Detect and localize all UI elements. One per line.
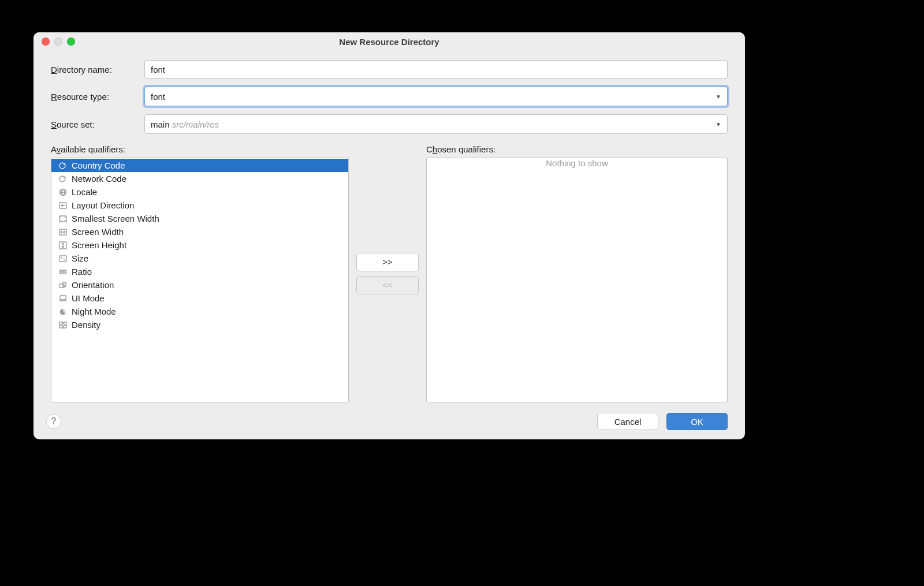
- qualifier-item-label: Density: [72, 320, 100, 330]
- source-set-select[interactable]: main src/main/res ▼: [144, 114, 728, 134]
- label-available: Available qualifiers:: [51, 144, 349, 154]
- label-directory-name: Directory name:: [51, 65, 136, 74]
- row-directory-name: Directory name:: [51, 60, 728, 79]
- moon-icon: [58, 307, 68, 316]
- label-chosen: Chosen qualifiers:: [426, 144, 728, 154]
- svg-point-16: [62, 323, 64, 326]
- minimize-window-button: [54, 38, 62, 46]
- qualifier-item-orientation[interactable]: Orientation: [51, 278, 348, 292]
- resource-type-select[interactable]: font ▼: [144, 87, 728, 106]
- qualifier-item-label: Orientation: [72, 280, 114, 290]
- window-controls: [42, 38, 75, 46]
- source-set-value: main src/main/res: [151, 120, 716, 129]
- svg-rect-13: [60, 296, 66, 300]
- remove-qualifier-button: <<: [356, 276, 419, 294]
- arrows-out-icon: [58, 214, 68, 223]
- zoom-window-button[interactable]: [67, 38, 75, 46]
- qualifier-item-label: Night Mode: [72, 307, 116, 316]
- svg-rect-8: [59, 256, 66, 262]
- qualifier-item-night-mode[interactable]: Night Mode: [51, 305, 348, 318]
- resource-type-value: font: [151, 92, 716, 102]
- expand-icon: [58, 254, 68, 263]
- qualifier-item-screen-width[interactable]: Screen Width: [51, 225, 348, 238]
- row-source-set: Source set: main src/main/res ▼: [51, 114, 728, 134]
- label-source-set: Source set:: [51, 120, 136, 129]
- arrows-v-icon: [58, 241, 68, 250]
- density-icon: [58, 320, 68, 330]
- qualifier-item-screen-height[interactable]: Screen Height: [51, 238, 348, 252]
- arrow-left-box-icon: [58, 201, 68, 210]
- qualifier-item-label: Network Code: [72, 174, 126, 184]
- available-listbox[interactable]: Country CodeNetwork CodeLocaleLayout Dir…: [51, 158, 349, 402]
- qualifier-item-country-code[interactable]: Country Code: [51, 159, 348, 172]
- qualifier-item-label: Ratio: [72, 267, 92, 277]
- qualifier-item-layout-direction[interactable]: Layout Direction: [51, 199, 348, 212]
- qualifier-item-label: UI Mode: [72, 293, 105, 303]
- qualifier-item-ui-mode[interactable]: UI Mode: [51, 292, 348, 305]
- globe-icon: [58, 188, 68, 197]
- laptop-icon: [58, 294, 68, 303]
- close-window-button[interactable]: [42, 38, 50, 46]
- qualifier-item-label: Layout Direction: [72, 200, 134, 210]
- dialog-title: New Resource Directory: [339, 37, 439, 47]
- directory-name-input[interactable]: [144, 60, 728, 79]
- arrows-h-icon: [58, 227, 68, 237]
- chosen-empty-text: Nothing to show: [427, 158, 727, 168]
- qualifier-area: Available qualifiers: Country CodeNetwor…: [51, 144, 728, 402]
- globe-flag-icon: [58, 174, 68, 184]
- ok-button[interactable]: OK: [666, 413, 728, 430]
- help-button[interactable]: ?: [46, 414, 61, 429]
- globe-flag-icon: [58, 161, 68, 170]
- qualifier-item-ratio[interactable]: 4:3Ratio: [51, 265, 348, 278]
- chosen-column: Chosen qualifiers: Nothing to show: [426, 144, 728, 402]
- transfer-buttons: >> <<: [353, 144, 422, 402]
- qualifier-item-density[interactable]: Density: [51, 318, 348, 331]
- dialog-footer: ? Cancel OK: [33, 407, 745, 439]
- qualifier-item-label: Country Code: [72, 161, 125, 170]
- svg-text:4:3: 4:3: [61, 270, 66, 274]
- orientation-icon: [58, 281, 68, 290]
- titlebar: New Resource Directory: [33, 32, 745, 52]
- qualifier-item-size[interactable]: Size: [51, 252, 348, 265]
- available-column: Available qualifiers: Country CodeNetwor…: [51, 144, 349, 402]
- qualifier-item-label: Smallest Screen Width: [72, 214, 159, 223]
- chevron-down-icon: ▼: [716, 94, 721, 100]
- dialog-body: Directory name: Resource type: font ▼ So…: [33, 52, 745, 407]
- qualifier-item-smallest-screen-width[interactable]: Smallest Screen Width: [51, 212, 348, 225]
- ratio-icon: 4:3: [58, 267, 68, 277]
- dialog-new-resource-directory: New Resource Directory Directory name: R…: [33, 32, 745, 439]
- qualifier-item-label: Screen Height: [72, 240, 126, 250]
- chevron-down-icon: ▼: [716, 121, 721, 128]
- qualifier-item-network-code[interactable]: Network Code: [51, 172, 348, 185]
- cancel-button[interactable]: Cancel: [597, 413, 658, 430]
- qualifier-item-label: Locale: [72, 187, 97, 197]
- qualifier-item-locale[interactable]: Locale: [51, 185, 348, 199]
- chosen-listbox[interactable]: Nothing to show: [426, 158, 728, 402]
- add-qualifier-button[interactable]: >>: [356, 253, 419, 271]
- qualifier-item-label: Size: [72, 253, 88, 263]
- qualifier-item-label: Screen Width: [72, 227, 124, 237]
- row-resource-type: Resource type: font ▼: [51, 87, 728, 106]
- label-resource-type: Resource type:: [51, 92, 136, 102]
